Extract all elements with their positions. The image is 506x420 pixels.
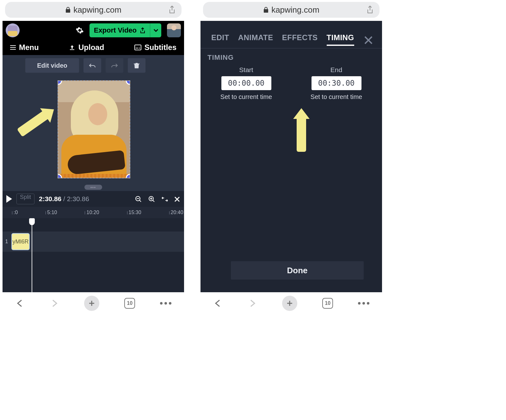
done-button[interactable]: Done xyxy=(231,261,364,280)
fit-icon[interactable] xyxy=(161,195,168,203)
done-label: Done xyxy=(287,266,308,275)
undo-icon xyxy=(89,63,96,68)
address-domain: kapwing.com xyxy=(271,5,319,15)
address-bar[interactable]: kapwing.com xyxy=(5,2,182,18)
play-button[interactable] xyxy=(6,195,12,203)
upload-icon xyxy=(69,44,75,51)
redo-button[interactable] xyxy=(106,58,123,73)
divider xyxy=(201,48,382,48)
address-bar[interactable]: kapwing.com xyxy=(203,2,379,18)
timeline-ruler[interactable]: :0 5:10 10:20 15:30 20:40 xyxy=(3,207,184,218)
zoom-out-icon[interactable] xyxy=(135,195,142,203)
tab-count: 10 xyxy=(325,300,330,306)
clip-label: yMl6R xyxy=(12,238,28,245)
close-timeline-icon[interactable] xyxy=(174,195,180,203)
end-time-input[interactable]: 00:30.00 xyxy=(312,76,361,90)
subtitles-label: Subtitles xyxy=(145,43,176,52)
svg-rect-2 xyxy=(139,48,140,48)
project-avatar[interactable] xyxy=(6,23,20,37)
current-time: 2:30.86 xyxy=(39,195,61,202)
start-label: Start xyxy=(239,66,253,74)
track-number: 1 xyxy=(3,239,11,244)
svg-rect-1 xyxy=(136,48,138,48)
new-tab-button[interactable] xyxy=(282,296,297,311)
start-set-current-link[interactable]: Set to current time xyxy=(220,93,272,101)
menu-button[interactable]: Menu xyxy=(10,43,39,52)
export-dropdown[interactable] xyxy=(150,23,161,37)
start-time-input[interactable]: 00:00.00 xyxy=(221,76,271,90)
video-clip[interactable]: ↻ xyxy=(58,80,130,178)
tab-edit[interactable]: EDIT xyxy=(211,33,229,46)
browser-back-button[interactable] xyxy=(15,299,25,308)
hamburger-icon xyxy=(10,45,16,50)
svg-rect-0 xyxy=(135,45,141,50)
tab-count: 10 xyxy=(127,300,133,306)
end-label: End xyxy=(330,66,342,74)
subtitles-button[interactable]: Subtitles xyxy=(134,43,176,52)
panel-drag-handle[interactable]: ••• xyxy=(84,185,102,190)
split-label: Split xyxy=(20,194,31,200)
section-title: TIMING xyxy=(201,53,382,62)
lock-icon xyxy=(263,7,269,13)
user-avatar[interactable] xyxy=(167,23,181,37)
trash-icon xyxy=(134,62,139,69)
ruler-tick: 10:20 xyxy=(85,210,99,215)
menu-label: Menu xyxy=(19,43,39,52)
chevron-down-icon xyxy=(153,29,158,32)
ruler-tick: 20:40 xyxy=(169,210,183,215)
export-button[interactable]: Export Video xyxy=(89,23,150,37)
undo-button[interactable] xyxy=(83,58,101,73)
redo-icon xyxy=(111,63,118,68)
browser-menu-button[interactable] xyxy=(358,302,369,305)
upload-button[interactable]: Upload xyxy=(69,43,104,52)
share-icon[interactable] xyxy=(366,5,374,14)
browser-menu-button[interactable] xyxy=(160,302,171,305)
start-time-value: 00:00.00 xyxy=(228,79,265,88)
close-panel-button[interactable] xyxy=(364,33,373,46)
duration: 2:30.86 xyxy=(67,195,89,202)
tabs-button[interactable]: 10 xyxy=(124,298,135,309)
timeline-clip[interactable]: yMl6R xyxy=(11,233,30,250)
end-time-value: 00:30.00 xyxy=(318,79,355,88)
share-icon[interactable] xyxy=(168,5,176,14)
edit-video-button[interactable]: Edit video xyxy=(25,58,79,73)
gear-icon[interactable] xyxy=(76,26,84,34)
split-button[interactable]: Split xyxy=(16,194,34,204)
ruler-tick: 15:30 xyxy=(127,210,141,215)
tab-effects[interactable]: EFFECTS xyxy=(282,33,318,46)
address-domain: kapwing.com xyxy=(73,5,121,15)
delete-button[interactable] xyxy=(128,58,145,73)
browser-forward-button xyxy=(248,299,257,308)
playhead[interactable] xyxy=(32,218,32,292)
ruler-tick: 5:10 xyxy=(46,210,57,215)
video-thumbnail xyxy=(58,81,130,178)
timecode: 2:30.86 / 2:30.86 xyxy=(39,195,89,203)
upload-label: Upload xyxy=(78,43,104,52)
tab-animate[interactable]: ANIMATE xyxy=(238,33,273,46)
browser-back-button[interactable] xyxy=(213,299,223,308)
track-row[interactable]: 1 yMl6R xyxy=(3,232,184,252)
export-icon xyxy=(140,27,145,34)
browser-forward-button xyxy=(50,299,59,308)
tabs-button[interactable]: 10 xyxy=(322,298,333,309)
export-label: Export Video xyxy=(94,26,137,34)
annotation-arrow xyxy=(297,117,306,152)
lock-icon xyxy=(65,7,71,13)
subtitles-icon xyxy=(134,45,141,50)
annotation-arrow xyxy=(17,109,51,137)
new-tab-button[interactable] xyxy=(84,296,99,311)
zoom-in-icon[interactable] xyxy=(148,195,156,203)
edit-video-label: Edit video xyxy=(37,62,67,69)
ruler-tick: :0 xyxy=(12,210,18,215)
tab-timing[interactable]: TIMING xyxy=(327,33,354,46)
end-set-current-link[interactable]: Set to current time xyxy=(311,93,362,101)
